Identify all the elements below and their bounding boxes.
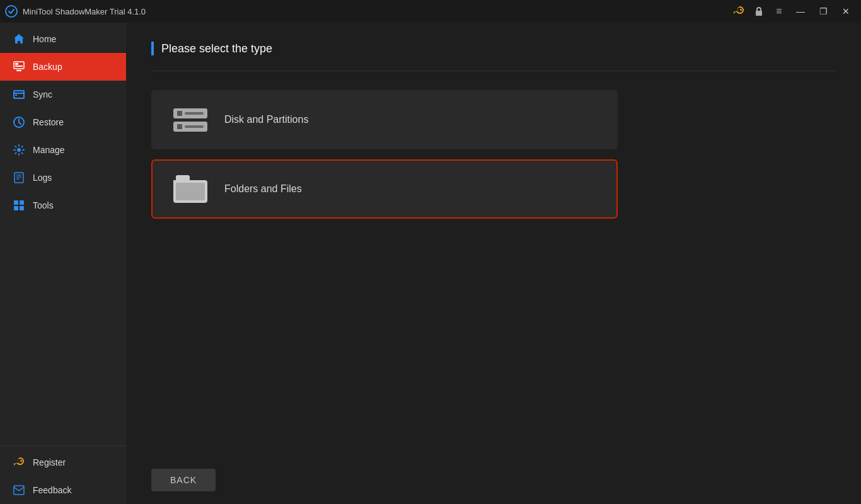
svg-rect-19 — [14, 486, 24, 495]
lock-icon[interactable] — [750, 3, 768, 20]
sidebar-label-manage: Manage — [33, 145, 65, 155]
svg-rect-8 — [15, 94, 17, 96]
svg-rect-5 — [16, 70, 21, 71]
svg-rect-2 — [14, 62, 24, 69]
back-button[interactable]: BACK — [151, 469, 216, 491]
sidebar-item-feedback[interactable]: Feedback — [0, 476, 126, 504]
menu-icon[interactable]: ≡ — [770, 3, 788, 20]
sidebar-label-sync: Sync — [33, 89, 52, 100]
app-title: MiniTool ShadowMaker Trial 4.1.0 — [23, 7, 730, 16]
key-icon[interactable] — [730, 3, 748, 20]
feedback-mail-icon — [13, 484, 25, 496]
app-logo — [5, 5, 18, 18]
sidebar-item-backup[interactable]: Backup — [0, 53, 126, 81]
svg-rect-1 — [756, 11, 762, 16]
home-icon — [13, 33, 25, 45]
register-key-icon — [13, 456, 25, 469]
manage-icon — [13, 144, 25, 156]
sidebar-item-manage[interactable]: Manage — [0, 136, 126, 164]
tools-icon — [13, 199, 25, 212]
content-area: Please select the type Disk and Partitio… — [126, 23, 861, 504]
close-button[interactable]: ✕ — [836, 3, 856, 20]
minimize-button[interactable]: — — [790, 3, 811, 20]
section-title-container: Please select the type — [151, 42, 836, 55]
sidebar-label-logs: Logs — [33, 173, 52, 183]
folders-files-card[interactable]: Folders and Files — [151, 159, 618, 219]
svg-rect-4 — [15, 66, 23, 67]
sidebar-item-register[interactable]: Register — [0, 449, 126, 476]
disk-icon — [171, 104, 209, 135]
folders-files-label: Folders and Files — [224, 183, 302, 195]
svg-rect-18 — [20, 206, 24, 210]
main-layout: Home Backup Syn — [0, 23, 861, 504]
sidebar-label-backup: Backup — [33, 62, 62, 72]
svg-rect-15 — [14, 200, 18, 205]
backup-icon — [13, 60, 25, 73]
sidebar-item-restore[interactable]: Restore — [0, 108, 126, 136]
restore-button[interactable]: ❐ — [813, 3, 833, 20]
svg-rect-3 — [15, 63, 18, 65]
folder-icon — [171, 173, 209, 205]
sidebar-item-sync[interactable]: Sync — [0, 81, 126, 108]
svg-rect-16 — [20, 200, 24, 205]
sidebar-label-home: Home — [33, 34, 56, 44]
sidebar-item-logs[interactable]: Logs — [0, 164, 126, 192]
section-title-bar — [151, 42, 154, 55]
title-controls: ≡ — ❐ ✕ — [730, 3, 856, 20]
section-divider — [151, 71, 836, 71]
svg-rect-17 — [14, 206, 18, 210]
sidebar-item-home[interactable]: Home — [0, 25, 126, 53]
disk-partitions-card[interactable]: Disk and Partitions — [151, 90, 618, 149]
svg-point-10 — [17, 148, 21, 152]
disk-partitions-label: Disk and Partitions — [224, 114, 308, 125]
sidebar-label-restore: Restore — [33, 117, 64, 127]
svg-point-0 — [6, 6, 17, 17]
svg-rect-11 — [14, 173, 23, 183]
sidebar-label-register: Register — [33, 457, 66, 467]
sidebar-item-tools[interactable]: Tools — [0, 192, 126, 219]
sidebar-label-tools: Tools — [33, 200, 54, 210]
sidebar-bottom: Register Feedback — [0, 445, 126, 504]
sidebar: Home Backup Syn — [0, 23, 126, 504]
section-title: Please select the type — [161, 42, 272, 55]
restore-icon — [13, 116, 25, 129]
titlebar: MiniTool ShadowMaker Trial 4.1.0 ≡ — ❐ ✕ — [0, 0, 861, 23]
sync-icon — [13, 88, 25, 101]
sidebar-label-feedback: Feedback — [33, 485, 71, 495]
logs-icon — [13, 171, 25, 184]
